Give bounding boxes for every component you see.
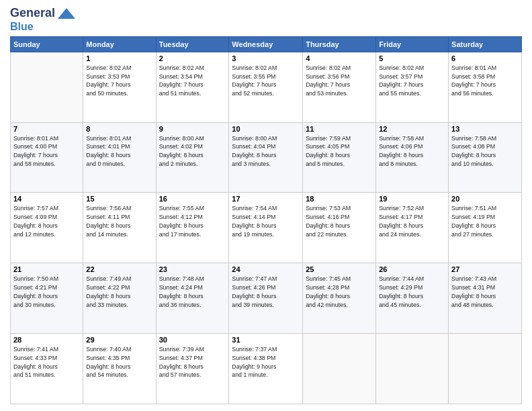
day-number: 26	[379, 265, 445, 273]
day-number: 23	[159, 265, 226, 273]
day-cell: 5Sunrise: 8:02 AMSunset: 3:57 PMDaylight…	[376, 52, 449, 122]
day-info: Sunrise: 7:43 AMSunset: 4:31 PMDaylight:…	[451, 275, 519, 309]
day-number: 11	[306, 125, 373, 133]
day-info: Sunrise: 7:44 AMSunset: 4:29 PMDaylight:…	[379, 275, 445, 309]
calendar-table: SundayMondayTuesdayWednesdayThursdayFrid…	[10, 36, 522, 404]
day-number: 30	[159, 336, 226, 344]
day-number: 16	[159, 195, 226, 203]
day-cell: 24Sunrise: 7:47 AMSunset: 4:26 PMDayligh…	[229, 263, 303, 334]
day-number: 27	[451, 265, 519, 273]
day-cell: 10Sunrise: 8:00 AMSunset: 4:04 PMDayligh…	[229, 122, 303, 193]
day-number: 13	[451, 125, 519, 133]
week-row-1: 7Sunrise: 8:01 AMSunset: 4:00 PMDaylight…	[11, 122, 522, 193]
day-number: 25	[306, 265, 373, 273]
day-cell: 28Sunrise: 7:41 AMSunset: 4:33 PMDayligh…	[11, 334, 83, 404]
week-row-4: 28Sunrise: 7:41 AMSunset: 4:33 PMDayligh…	[11, 334, 522, 404]
day-cell: 1Sunrise: 8:02 AMSunset: 3:53 PMDaylight…	[83, 52, 156, 122]
day-cell: 21Sunrise: 7:50 AMSunset: 4:21 PMDayligh…	[11, 263, 83, 334]
day-info: Sunrise: 8:02 AMSunset: 3:56 PMDaylight:…	[306, 64, 373, 98]
day-number: 18	[306, 195, 373, 203]
day-info: Sunrise: 8:02 AMSunset: 3:53 PMDaylight:…	[86, 64, 152, 98]
day-number: 31	[232, 336, 300, 344]
day-number: 20	[451, 195, 519, 203]
day-info: Sunrise: 8:00 AMSunset: 4:04 PMDaylight:…	[232, 134, 300, 169]
day-info: Sunrise: 7:54 AMSunset: 4:14 PMDaylight:…	[232, 204, 300, 238]
day-number: 19	[379, 195, 445, 203]
col-header-wednesday: Wednesday	[229, 36, 303, 52]
day-info: Sunrise: 7:58 AMSunset: 4:08 PMDaylight:…	[451, 134, 519, 169]
day-number: 28	[13, 336, 80, 344]
day-cell: 8Sunrise: 8:01 AMSunset: 4:01 PMDaylight…	[83, 122, 156, 193]
day-info: Sunrise: 7:52 AMSunset: 4:17 PMDaylight:…	[379, 204, 445, 238]
day-info: Sunrise: 7:48 AMSunset: 4:24 PMDaylight:…	[159, 275, 226, 309]
svg-marker-0	[58, 8, 75, 19]
day-info: Sunrise: 7:55 AMSunset: 4:12 PMDaylight:…	[159, 204, 226, 238]
day-number: 2	[159, 54, 226, 62]
col-header-thursday: Thursday	[303, 36, 376, 52]
week-row-3: 21Sunrise: 7:50 AMSunset: 4:21 PMDayligh…	[11, 263, 522, 334]
day-cell: 7Sunrise: 8:01 AMSunset: 4:00 PMDaylight…	[11, 122, 83, 193]
logo-icon	[56, 7, 77, 20]
day-cell: 27Sunrise: 7:43 AMSunset: 4:31 PMDayligh…	[449, 263, 522, 334]
day-number: 14	[13, 195, 80, 203]
day-cell: 14Sunrise: 7:57 AMSunset: 4:09 PMDayligh…	[11, 193, 83, 263]
day-info: Sunrise: 7:58 AMSunset: 4:06 PMDaylight:…	[379, 134, 445, 169]
day-number: 12	[379, 125, 445, 133]
week-row-2: 14Sunrise: 7:57 AMSunset: 4:09 PMDayligh…	[11, 193, 522, 263]
day-cell: 19Sunrise: 7:52 AMSunset: 4:17 PMDayligh…	[376, 193, 449, 263]
day-number: 8	[86, 125, 152, 133]
day-number: 3	[232, 54, 300, 62]
day-info: Sunrise: 7:59 AMSunset: 4:05 PMDaylight:…	[306, 134, 373, 169]
day-number: 15	[86, 195, 152, 203]
day-cell: 6Sunrise: 8:01 AMSunset: 3:58 PMDaylight…	[449, 52, 522, 122]
day-cell: 17Sunrise: 7:54 AMSunset: 4:14 PMDayligh…	[229, 193, 303, 263]
col-header-monday: Monday	[83, 36, 156, 52]
day-cell	[11, 52, 83, 122]
day-cell: 13Sunrise: 7:58 AMSunset: 4:08 PMDayligh…	[449, 122, 522, 193]
day-number: 9	[159, 125, 226, 133]
day-cell: 31Sunrise: 7:37 AMSunset: 4:38 PMDayligh…	[229, 334, 303, 404]
day-cell: 26Sunrise: 7:44 AMSunset: 4:29 PMDayligh…	[376, 263, 449, 334]
day-cell: 12Sunrise: 7:58 AMSunset: 4:06 PMDayligh…	[376, 122, 449, 193]
day-info: Sunrise: 7:49 AMSunset: 4:22 PMDaylight:…	[86, 275, 152, 309]
col-header-tuesday: Tuesday	[156, 36, 229, 52]
day-info: Sunrise: 7:41 AMSunset: 4:33 PMDaylight:…	[13, 345, 80, 379]
col-header-sunday: Sunday	[11, 36, 83, 52]
day-cell: 29Sunrise: 7:40 AMSunset: 4:35 PMDayligh…	[83, 334, 156, 404]
day-info: Sunrise: 8:02 AMSunset: 3:55 PMDaylight:…	[232, 64, 300, 98]
day-info: Sunrise: 8:02 AMSunset: 3:54 PMDaylight:…	[159, 64, 226, 98]
day-number: 22	[86, 265, 152, 273]
logo-blue: Blue	[10, 20, 34, 34]
day-info: Sunrise: 7:57 AMSunset: 4:09 PMDaylight:…	[13, 204, 80, 238]
day-number: 7	[13, 125, 80, 133]
day-cell: 15Sunrise: 7:56 AMSunset: 4:11 PMDayligh…	[83, 193, 156, 263]
day-info: Sunrise: 7:51 AMSunset: 4:19 PMDaylight:…	[451, 204, 519, 238]
day-info: Sunrise: 7:39 AMSunset: 4:37 PMDaylight:…	[159, 345, 226, 379]
day-cell: 3Sunrise: 8:02 AMSunset: 3:55 PMDaylight…	[229, 52, 303, 122]
day-cell: 22Sunrise: 7:49 AMSunset: 4:22 PMDayligh…	[83, 263, 156, 334]
col-header-friday: Friday	[376, 36, 449, 52]
day-cell: 30Sunrise: 7:39 AMSunset: 4:37 PMDayligh…	[156, 334, 229, 404]
day-info: Sunrise: 8:01 AMSunset: 4:01 PMDaylight:…	[86, 134, 152, 169]
day-info: Sunrise: 7:56 AMSunset: 4:11 PMDaylight:…	[86, 204, 152, 238]
day-info: Sunrise: 8:02 AMSunset: 3:57 PMDaylight:…	[379, 64, 445, 98]
day-cell: 18Sunrise: 7:53 AMSunset: 4:16 PMDayligh…	[303, 193, 376, 263]
day-cell: 2Sunrise: 8:02 AMSunset: 3:54 PMDaylight…	[156, 52, 229, 122]
day-number: 4	[306, 54, 373, 62]
calendar-header-row: SundayMondayTuesdayWednesdayThursdayFrid…	[11, 36, 522, 52]
week-row-0: 1Sunrise: 8:02 AMSunset: 3:53 PMDaylight…	[11, 52, 522, 122]
day-cell	[376, 334, 449, 404]
day-info: Sunrise: 8:00 AMSunset: 4:02 PMDaylight:…	[159, 134, 226, 169]
day-number: 1	[86, 54, 152, 62]
day-cell: 25Sunrise: 7:45 AMSunset: 4:28 PMDayligh…	[303, 263, 376, 334]
day-number: 29	[86, 336, 152, 344]
col-header-saturday: Saturday	[449, 36, 522, 52]
page: General Blue SundayMondayTuesdayWednesda…	[0, 0, 532, 411]
day-cell: 23Sunrise: 7:48 AMSunset: 4:24 PMDayligh…	[156, 263, 229, 334]
day-cell	[303, 334, 376, 404]
day-info: Sunrise: 7:45 AMSunset: 4:28 PMDaylight:…	[306, 275, 373, 309]
day-info: Sunrise: 7:37 AMSunset: 4:38 PMDaylight:…	[232, 345, 300, 379]
day-number: 10	[232, 125, 300, 133]
logo: General Blue	[10, 7, 77, 34]
day-cell: 4Sunrise: 8:02 AMSunset: 3:56 PMDaylight…	[303, 52, 376, 122]
